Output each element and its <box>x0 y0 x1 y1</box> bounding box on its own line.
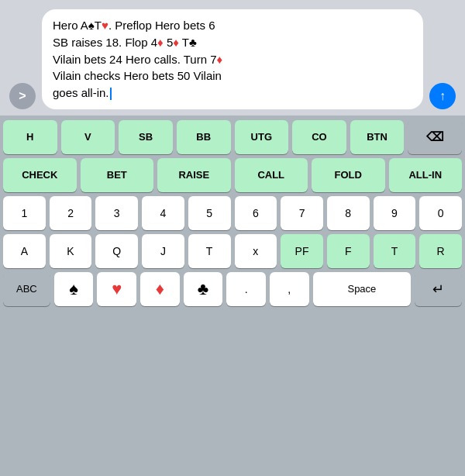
key-7[interactable]: 7 <box>281 196 323 230</box>
message-bubble: Hero A♠T♥. Preflop Hero bets 6 SB raises… <box>42 9 423 109</box>
send-button[interactable]: ↑ <box>429 83 456 109</box>
return-icon: ↵ <box>432 281 444 298</box>
key-comma[interactable]: , <box>270 272 309 306</box>
key-CO[interactable]: CO <box>292 120 346 154</box>
backspace-icon: ⌫ <box>426 129 444 144</box>
key-SB[interactable]: SB <box>119 120 173 154</box>
send-icon: ↑ <box>439 89 446 103</box>
key-5[interactable]: 5 <box>188 196 231 230</box>
key-PF[interactable]: PF <box>281 234 323 268</box>
expand-icon: > <box>19 89 26 103</box>
card-values-row: A K Q J T x PF F T R <box>3 234 462 268</box>
abc-label: ABC <box>16 283 37 295</box>
key-diamond[interactable]: ♦ <box>140 272 180 306</box>
key-spade[interactable]: ♠ <box>54 272 94 306</box>
key-UTG[interactable]: UTG <box>235 120 289 154</box>
key-1[interactable]: 1 <box>3 196 46 230</box>
diamond-icon: ♦ <box>156 279 164 299</box>
key-x[interactable]: x <box>235 234 277 268</box>
key-FOLD[interactable]: FOLD <box>312 158 385 192</box>
spade-icon: ♠ <box>69 279 78 299</box>
club-icon: ♣ <box>198 279 208 299</box>
key-space[interactable]: Space <box>313 272 412 306</box>
bottom-row: ABC ♠ ♥ ♦ ♣ . , Space ↵ <box>3 272 462 306</box>
key-H[interactable]: H <box>3 120 57 154</box>
key-backspace[interactable]: ⌫ <box>408 120 462 154</box>
key-F[interactable]: F <box>327 234 370 268</box>
key-dot[interactable]: . <box>226 272 266 306</box>
numbers-row: 1 2 3 4 5 6 7 8 9 0 <box>3 196 462 230</box>
key-CHECK[interactable]: CHECK <box>3 158 77 192</box>
key-RAISE[interactable]: RAISE <box>157 158 231 192</box>
key-T2[interactable]: T <box>374 234 416 268</box>
key-A[interactable]: A <box>3 234 46 268</box>
key-return[interactable]: ↵ <box>415 272 462 306</box>
key-CALL[interactable]: CALL <box>235 158 308 192</box>
space-label: Space <box>347 283 376 295</box>
key-9[interactable]: 9 <box>374 196 416 230</box>
message-area: > Hero A♠T♥. Preflop Hero bets 6 SB rais… <box>0 0 465 116</box>
key-6[interactable]: 6 <box>235 196 277 230</box>
key-heart[interactable]: ♥ <box>97 272 136 306</box>
key-Q[interactable]: Q <box>95 234 138 268</box>
positions-row: H V SB BB UTG CO BTN ⌫ <box>3 120 462 154</box>
key-ABC[interactable]: ABC <box>3 272 50 306</box>
key-4[interactable]: 4 <box>142 196 184 230</box>
key-J[interactable]: J <box>142 234 184 268</box>
key-BTN[interactable]: BTN <box>350 120 405 154</box>
key-R[interactable]: R <box>419 234 462 268</box>
key-club[interactable]: ♣ <box>184 272 223 306</box>
key-T[interactable]: T <box>188 234 231 268</box>
heart-icon: ♥ <box>112 279 122 299</box>
keyboard: H V SB BB UTG CO BTN ⌫ CHECK BET RAISE C… <box>0 116 465 476</box>
actions-row: CHECK BET RAISE CALL FOLD ALL-IN <box>3 158 462 192</box>
key-BET[interactable]: BET <box>81 158 154 192</box>
key-BB[interactable]: BB <box>177 120 231 154</box>
key-V[interactable]: V <box>61 120 115 154</box>
key-8[interactable]: 8 <box>327 196 370 230</box>
key-2[interactable]: 2 <box>50 196 92 230</box>
expand-button[interactable]: > <box>9 83 36 109</box>
key-ALLIN[interactable]: ALL-IN <box>389 158 463 192</box>
key-0[interactable]: 0 <box>419 196 462 230</box>
key-K[interactable]: K <box>50 234 92 268</box>
message-text: Hero A♠T♥. Preflop Hero bets 6 SB raises… <box>53 19 222 99</box>
key-3[interactable]: 3 <box>95 196 138 230</box>
